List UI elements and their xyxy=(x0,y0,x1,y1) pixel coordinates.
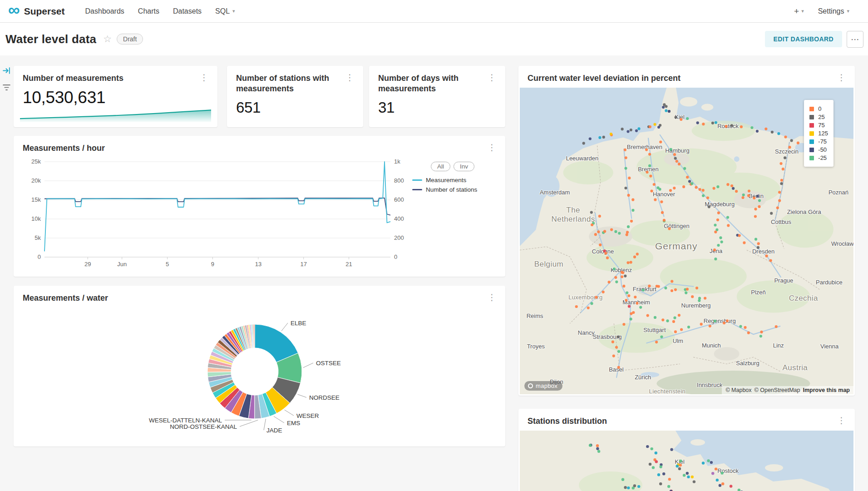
stations-map[interactable]: KielRostock xyxy=(520,431,853,491)
legend-swatch xyxy=(809,107,814,111)
deviation-map[interactable]: LeeuwardenAmsterdamThe NetherlandsBremer… xyxy=(520,88,853,394)
stations-distribution-card: Stations distribution ⋮ KielRostock xyxy=(518,409,855,491)
map-attribution: © Mapbox © OpenStreetMap Improve this ma… xyxy=(722,386,853,394)
kebab-menu-icon[interactable]: ⋮ xyxy=(344,73,356,82)
kpi-value: 651 xyxy=(227,97,363,116)
legend-item[interactable]: 25 xyxy=(809,114,828,120)
filter-bar-collapsed xyxy=(2,66,11,91)
series-line-swatch xyxy=(412,179,422,181)
kebab-menu-icon[interactable]: ⋮ xyxy=(486,293,498,302)
filter-icon[interactable] xyxy=(3,84,10,91)
donut-slice-label: JADE xyxy=(266,427,282,434)
legend-item[interactable]: 125 xyxy=(809,130,828,137)
nav-datasets[interactable]: Datasets xyxy=(166,0,208,23)
legend-swatch xyxy=(809,156,814,160)
kebab-menu-icon[interactable]: ⋮ xyxy=(835,73,848,82)
legend-item[interactable]: -75 xyxy=(809,138,828,145)
chevron-down-icon: ▾ xyxy=(847,8,849,14)
chevron-down-icon: ▾ xyxy=(232,8,235,14)
kebab-menu-icon[interactable]: ⋮ xyxy=(486,73,498,82)
legend-invert-button[interactable]: Inv xyxy=(454,162,474,171)
legend-swatch xyxy=(809,115,814,119)
line-chart: 005k20010k40015k60020k80025k1k29Jun59131… xyxy=(22,158,412,270)
kebab-menu-icon[interactable]: ⋮ xyxy=(835,416,848,425)
svg-text:17: 17 xyxy=(301,261,307,268)
nav-sql[interactable]: SQL ▾ xyxy=(208,0,242,23)
legend-swatch xyxy=(809,148,814,152)
kpi-card-measurements: Number of measurements ⋮ 10,530,631 xyxy=(14,66,217,127)
settings-label: Settings xyxy=(818,7,844,15)
settings-menu[interactable]: Settings ▾ xyxy=(811,0,856,23)
donut-slice-label: OSTSEE xyxy=(316,360,341,367)
brand-name: Superset xyxy=(24,6,65,17)
svg-text:800: 800 xyxy=(394,177,404,184)
donut-chart: ELBEOSTSEENORDSEEWESEREMSJADENORD-OSTSEE… xyxy=(23,307,496,443)
legend-item[interactable]: 75 xyxy=(809,122,828,129)
donut-slice-label: NORDSEE xyxy=(309,394,340,401)
svg-text:29: 29 xyxy=(84,261,91,268)
kpi-trendline xyxy=(20,106,211,122)
kebab-menu-icon[interactable]: ⋮ xyxy=(198,73,210,82)
legend-select-all-button[interactable]: All xyxy=(431,162,450,171)
legend-item-measurements[interactable]: Measurements xyxy=(412,177,493,184)
nav-charts[interactable]: Charts xyxy=(131,0,166,23)
donut-slice-label: WESER xyxy=(296,412,319,419)
svg-text:25k: 25k xyxy=(31,158,41,165)
map-basemap xyxy=(520,431,853,491)
favorite-star-icon[interactable]: ☆ xyxy=(103,34,112,45)
dashboard-header: Water level data ☆ Draft EDIT DASHBOARD … xyxy=(0,23,868,55)
donut-slice-label: EMS xyxy=(287,420,300,427)
svg-text:20k: 20k xyxy=(31,177,41,184)
chart-title: Stations distribution xyxy=(528,416,607,427)
measurements-per-water-chart-card: Measurements / water ⋮ ELBEOSTSEENORDSEE… xyxy=(14,286,505,446)
kpi-card-days: Number of days with measurements ⋮ 31 xyxy=(369,66,505,127)
donut-slice-label: WESEL-DATTELN-KANAL xyxy=(149,417,222,424)
svg-text:13: 13 xyxy=(255,261,261,268)
expand-filter-bar-icon[interactable] xyxy=(2,66,11,75)
page-title: Water level data xyxy=(5,32,96,46)
donut-slice-label: NORD-OSTSEE-KANAL xyxy=(170,423,237,430)
dashboard-more-menu-icon[interactable]: ⋯ xyxy=(847,31,863,48)
improve-map-link[interactable]: Improve this map xyxy=(803,387,850,393)
svg-text:0: 0 xyxy=(394,253,397,260)
svg-text:10k: 10k xyxy=(31,215,41,222)
svg-text:1k: 1k xyxy=(394,158,400,165)
plus-icon: + xyxy=(794,6,799,16)
superset-logo[interactable]: ∞ Superset xyxy=(8,6,65,17)
dashboard-body: Number of measurements ⋮ 10,530,631 Numb… xyxy=(0,55,868,491)
legend-swatch xyxy=(809,139,814,144)
svg-text:600: 600 xyxy=(394,196,404,203)
legend-item[interactable]: -50 xyxy=(809,146,828,153)
draft-badge: Draft xyxy=(117,34,143,45)
svg-text:200: 200 xyxy=(394,234,404,241)
superset-infinity-icon: ∞ xyxy=(8,5,20,15)
kpi-title: Number of measurements xyxy=(23,73,123,84)
top-navbar: ∞ Superset Dashboards Charts Datasets SQ… xyxy=(0,0,868,23)
kpi-value: 31 xyxy=(369,97,505,116)
kpi-title: Number of stations with measurements xyxy=(236,73,344,94)
legend-swatch xyxy=(809,123,814,128)
kebab-menu-icon[interactable]: ⋮ xyxy=(486,143,498,152)
new-item-button[interactable]: + ▾ xyxy=(787,6,811,16)
legend-item[interactable]: -25 xyxy=(809,154,828,161)
kpi-value: 10,530,631 xyxy=(14,87,217,107)
legend-item[interactable]: 0 xyxy=(809,105,828,112)
edit-dashboard-button[interactable]: EDIT DASHBOARD xyxy=(765,31,842,47)
nav-dashboards[interactable]: Dashboards xyxy=(79,0,131,23)
map-basemap xyxy=(520,88,853,394)
svg-text:5: 5 xyxy=(166,261,169,268)
nav-sql-label: SQL xyxy=(215,7,230,15)
legend-item-number-of-stations[interactable]: Number of stations xyxy=(412,186,493,193)
osm-attribution-link[interactable]: © OpenStreetMap xyxy=(755,387,800,393)
svg-text:21: 21 xyxy=(345,261,352,268)
map-legend: 0 25 75 125 -75 -50 -25 xyxy=(804,100,833,167)
svg-text:400: 400 xyxy=(394,215,404,222)
chart-title: Measurements / water xyxy=(23,293,108,303)
kpi-card-stations: Number of stations with measurements ⋮ 6… xyxy=(227,66,363,127)
mapbox-attribution-link[interactable]: © Mapbox xyxy=(725,387,751,393)
legend-swatch xyxy=(809,131,814,136)
svg-text:9: 9 xyxy=(211,261,214,268)
mapbox-logo[interactable]: mapbox xyxy=(524,381,562,391)
measurements-per-hour-chart-card: Measurements / hour ⋮ 005k20010k40015k60… xyxy=(14,136,505,277)
svg-text:Jun: Jun xyxy=(117,261,127,268)
